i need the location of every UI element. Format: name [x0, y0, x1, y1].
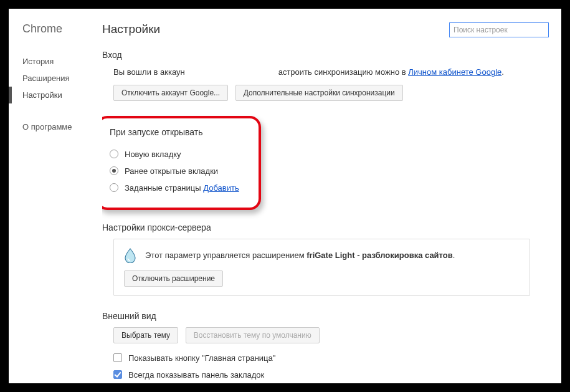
sidebar-item-about[interactable]: О программе: [22, 118, 102, 135]
sidebar-item-settings[interactable]: Настройки: [22, 87, 102, 103]
add-pages-link[interactable]: Добавить: [203, 183, 239, 193]
radio-icon: [110, 166, 118, 175]
radio-label: Ранее открытые вкладки: [125, 166, 218, 176]
radio-label: Заданные страницы: [125, 183, 201, 193]
checkbox-icon: [113, 353, 122, 362]
sync-settings-button[interactable]: Дополнительные настройки синхронизации: [235, 85, 403, 101]
redacted-email: [185, 69, 278, 75]
disable-extension-button[interactable]: Отключить расширение: [124, 270, 223, 287]
proxy-managed-box: Этот параметр управляется расширением fr…: [113, 239, 530, 296]
checkbox-label: Всегда показывать панель закладок: [128, 370, 264, 380]
section-appearance: Внешний вид Выбрать тему Восстановить те…: [102, 311, 549, 383]
reset-theme-button[interactable]: Восстановить тему по умолчанию: [186, 327, 320, 343]
radio-label: Новую вкладку: [125, 150, 181, 159]
extension-icon: [124, 248, 136, 263]
show-bookmarks-bar-checkbox[interactable]: Всегда показывать панель закладок: [113, 366, 549, 383]
sidebar-title: Chrome: [22, 22, 102, 36]
section-title-login: Вход: [102, 50, 549, 60]
startup-option-new-tab[interactable]: Новую вкладку: [110, 146, 247, 163]
section-title-startup: При запуске открывать: [110, 127, 247, 137]
section-title-appearance: Внешний вид: [102, 311, 549, 321]
settings-window: Chrome История Расширения Настройки О пр…: [9, 9, 561, 383]
checkbox-icon: [113, 370, 122, 379]
checkbox-label: Показывать кнопку "Главная страница": [128, 353, 275, 363]
sidebar-item-history[interactable]: История: [22, 53, 102, 70]
sidebar-item-extensions[interactable]: Расширения: [22, 70, 102, 87]
login-text: Вы вошли в аккаунастроить синхронизацию …: [113, 66, 549, 79]
section-startup-highlight: При запуске открывать Новую вкладку Ране…: [102, 116, 261, 210]
section-title-proxy: Настройки прокси-сервера: [102, 222, 549, 232]
show-home-button-checkbox[interactable]: Показывать кнопку "Главная страница": [113, 350, 549, 366]
proxy-info: Этот параметр управляется расширением fr…: [124, 248, 520, 263]
section-login: Вход Вы вошли в аккаунастроить синхрониз…: [102, 50, 549, 101]
startup-option-specific-pages[interactable]: Заданные страницы Добавить: [110, 179, 247, 196]
sidebar: Chrome История Расширения Настройки О пр…: [9, 9, 102, 135]
disconnect-google-button[interactable]: Отключить аккаунт Google...: [113, 85, 228, 101]
choose-theme-button[interactable]: Выбрать тему: [113, 327, 178, 343]
radio-icon: [110, 183, 118, 192]
page-title: Настройки: [102, 22, 160, 36]
radio-icon: [110, 150, 118, 158]
startup-option-continue[interactable]: Ранее открытые вкладки: [110, 163, 247, 179]
header: Настройки: [102, 22, 549, 37]
search-input[interactable]: [449, 22, 549, 37]
main-content: Настройки Вход Вы вошли в аккаунастроить…: [102, 9, 549, 383]
google-account-link[interactable]: Личном кабинете Google: [408, 67, 501, 77]
section-proxy: Настройки прокси-сервера Этот параметр у…: [102, 222, 549, 296]
proxy-extension-name: friGate Light - разблокировка сайтов: [306, 251, 453, 260]
